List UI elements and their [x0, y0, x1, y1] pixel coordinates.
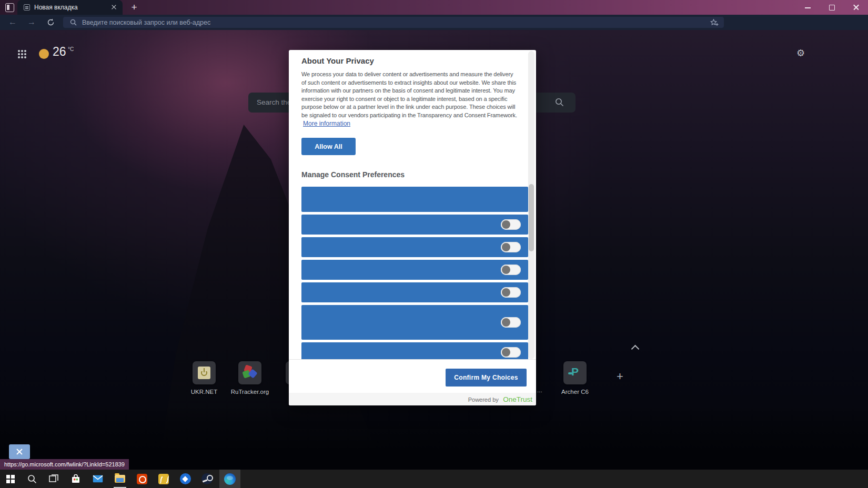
more-information-link[interactable]: More information — [303, 120, 350, 127]
taskbar-store-button[interactable] — [65, 470, 86, 488]
ntp-search-placeholder: Search the — [257, 98, 291, 106]
window-minimize-button[interactable] — [795, 0, 820, 15]
toggle-knob — [502, 243, 510, 251]
shortcut-label: RuTracker.org — [227, 389, 273, 395]
allow-all-button[interactable]: Allow All — [301, 138, 356, 155]
wallpaper-forest — [0, 406, 868, 470]
shortcut-label: UKR.NET — [181, 389, 227, 395]
taskbar-yellow-app-button[interactable] — [153, 470, 174, 488]
consent-category-row[interactable] — [301, 342, 528, 359]
ntp-search-icon — [555, 98, 564, 107]
shortcut-rutracker[interactable]: RuTracker.org — [227, 361, 273, 395]
toggle-knob — [502, 288, 510, 297]
consent-category-row[interactable] — [301, 237, 528, 257]
new-tab-button[interactable]: + — [128, 1, 140, 14]
task-view-icon — [49, 474, 59, 483]
toggle-knob — [502, 266, 510, 274]
apps-grid-icon[interactable] — [18, 50, 20, 52]
browser-tab[interactable]: Новая вкладка — [17, 0, 123, 15]
address-bar[interactable]: Введите поисковый запрос или веб-адрес — [63, 17, 724, 28]
privacy-consent-dialog: About Your Privacy We process your data … — [289, 50, 536, 405]
consent-category-row[interactable] — [301, 215, 528, 235]
taskbar-edge-button[interactable] — [219, 470, 240, 488]
refresh-button[interactable] — [44, 16, 57, 28]
store-icon — [71, 474, 80, 484]
forward-button[interactable]: → — [25, 16, 38, 28]
manage-preferences-heading: Manage Consent Preferences — [301, 170, 405, 179]
consent-category-row[interactable] — [301, 187, 528, 212]
new-tab-favicon-icon — [24, 4, 30, 11]
consent-toggle-off[interactable] — [501, 265, 521, 275]
yellow-app-icon — [158, 474, 169, 484]
taskbar-mail-button[interactable] — [87, 470, 108, 488]
dialog-footer: Confirm My Choices — [289, 359, 536, 393]
weather-unit: °C — [68, 46, 74, 52]
dialog-scrollbar[interactable] — [528, 51, 534, 359]
consent-category-row[interactable] — [301, 305, 528, 340]
onetrust-logo[interactable]: OneTrust — [503, 395, 532, 403]
taskbar-office-button[interactable] — [132, 470, 153, 488]
windows-logo-icon — [6, 475, 15, 483]
shortcut-label: Archer C6 — [552, 389, 598, 395]
ukrnet-icon — [193, 361, 216, 384]
add-favorite-icon[interactable] — [710, 19, 719, 26]
page-settings-gear-icon[interactable]: ⚙ — [796, 47, 805, 59]
toggle-knob — [502, 318, 510, 327]
consent-toggle-off[interactable] — [501, 219, 521, 230]
consent-toggle-off[interactable] — [501, 242, 521, 252]
consent-toggle-off[interactable] — [501, 317, 521, 328]
shortcut-ukrnet[interactable]: UKR.NET — [181, 361, 227, 395]
powered-by-bar: Powered by OneTrust — [289, 393, 536, 405]
office-icon — [137, 474, 147, 484]
weather-sun-icon — [39, 49, 49, 59]
tab-close-icon[interactable] — [110, 3, 118, 12]
tab-actions-icon[interactable] — [5, 3, 14, 12]
refresh-icon — [47, 18, 55, 26]
task-view-button[interactable] — [43, 470, 64, 488]
rutracker-icon — [238, 361, 261, 384]
browser-titlebar: Новая вкладка + — [0, 0, 868, 15]
window-close-button[interactable] — [844, 0, 868, 15]
taskbar-explorer-button[interactable] — [109, 470, 130, 488]
consent-category-list — [301, 187, 528, 359]
toggle-knob — [502, 220, 510, 229]
file-explorer-icon — [115, 475, 125, 483]
overlay-close-button[interactable] — [9, 444, 30, 459]
toggle-knob — [502, 348, 510, 357]
taskbar-blue-app-button[interactable] — [175, 470, 196, 488]
shortcut-archer-c6[interactable]: P Archer C6 — [552, 361, 598, 395]
consent-toggle-off[interactable] — [501, 347, 521, 358]
weather-temperature[interactable]: 26 — [53, 45, 66, 59]
edge-icon — [224, 473, 236, 485]
back-button[interactable]: ← — [6, 16, 19, 28]
taskbar-search-icon — [27, 474, 37, 484]
blue-app-icon — [180, 473, 191, 484]
taskbar-search-button[interactable] — [22, 470, 43, 488]
search-icon — [70, 19, 77, 26]
screen: { "window": { "tab_title": "Новая вкладк… — [0, 0, 868, 488]
mail-icon — [93, 475, 103, 483]
powered-by-label: Powered by — [468, 396, 499, 403]
taskbar: 26°C Sunny РУС 11:15 11.08.2021 — [0, 470, 868, 488]
window-restore-button[interactable] — [820, 0, 844, 15]
start-button[interactable] — [0, 470, 21, 488]
status-link-preview: https://go.microsoft.com/fwlink/?LinkId=… — [0, 459, 129, 470]
dialog-title: About Your Privacy — [301, 56, 374, 65]
consent-toggle-off[interactable] — [501, 287, 521, 298]
collapse-feed-chevron-icon[interactable] — [631, 345, 640, 353]
confirm-choices-button[interactable]: Confirm My Choices — [446, 369, 527, 387]
address-placeholder: Введите поисковый запрос или веб-адрес — [82, 19, 710, 26]
browser-toolbar: ← → Введите поисковый запрос или веб-адр… — [0, 15, 868, 30]
tplink-icon: P — [563, 361, 587, 384]
add-shortcut-button[interactable]: + — [617, 370, 623, 383]
consent-category-row[interactable] — [301, 260, 528, 280]
shortcut-label-fragment[interactable]: ... — [537, 387, 542, 393]
taskbar-steam-button[interactable] — [196, 470, 217, 488]
dialog-body-text: We process your data to deliver content … — [301, 70, 519, 120]
consent-category-row[interactable] — [301, 282, 528, 302]
dialog-scrollbar-thumb[interactable] — [529, 184, 534, 251]
tab-title: Новая вкладка — [34, 4, 110, 11]
steam-icon — [201, 473, 213, 484]
